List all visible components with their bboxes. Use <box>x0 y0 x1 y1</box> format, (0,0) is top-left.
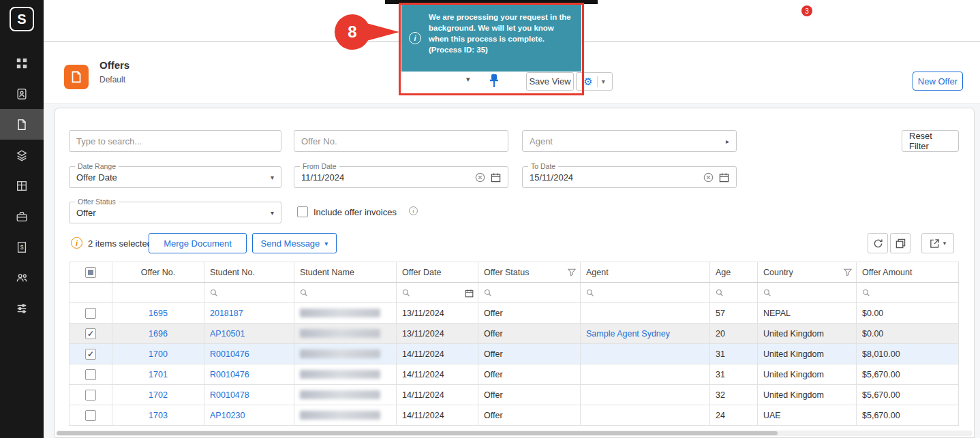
cell-student-no: R0010478 <box>204 385 294 405</box>
from-date-field[interactable]: From Date <box>294 166 508 188</box>
student-no-link[interactable]: R0010478 <box>210 390 249 400</box>
col-student-no[interactable]: Student No. <box>204 262 294 283</box>
search-icon <box>763 289 771 297</box>
calendar-icon[interactable] <box>465 289 474 298</box>
info-icon: i <box>409 32 421 44</box>
copy-icon <box>895 238 906 249</box>
offer-status-select[interactable]: Offer Status Offer ▾ <box>69 202 281 223</box>
offer-no-field[interactable] <box>294 130 508 152</box>
sidebar-item-table[interactable] <box>0 170 44 201</box>
clear-icon[interactable] <box>475 172 485 183</box>
cell-student-no: R0010476 <box>204 344 294 364</box>
selection-info-icon: i <box>71 237 82 249</box>
row-checkbox[interactable] <box>85 349 96 360</box>
new-offer-button[interactable]: New Offer <box>913 72 963 91</box>
table-row: 1700R001047614/11/2024Offer31United King… <box>70 344 959 364</box>
col-offer-date[interactable]: Offer Date <box>397 262 478 283</box>
cell-offer-amount: $5,670.00 <box>857 405 959 426</box>
offer-no-link[interactable]: 1695 <box>149 309 168 318</box>
select-all-checkbox[interactable] <box>85 267 96 278</box>
filter-offer-date[interactable] <box>397 283 478 303</box>
column-chooser-button[interactable] <box>890 233 910 253</box>
annotation-step-number: 8 <box>335 14 370 50</box>
clear-icon[interactable] <box>703 172 714 183</box>
refresh-button[interactable] <box>868 233 888 253</box>
col-age[interactable]: Age <box>710 262 758 283</box>
student-no-link[interactable]: R0010476 <box>210 370 249 379</box>
offer-no-link[interactable]: 1700 <box>149 349 168 359</box>
row-checkbox[interactable] <box>85 328 96 339</box>
sidebar-item-partners[interactable] <box>0 262 44 293</box>
include-invoices-checkbox[interactable] <box>297 206 308 217</box>
filter-age[interactable] <box>710 283 758 303</box>
filter-icon[interactable] <box>568 268 576 277</box>
offer-no-link[interactable]: 1703 <box>149 411 168 420</box>
cell-student-name <box>294 364 397 385</box>
col-student-name[interactable]: Student Name <box>294 262 397 283</box>
cell-age: 31 <box>710 364 758 385</box>
row-checkbox[interactable] <box>85 308 96 319</box>
to-date-field[interactable]: To Date <box>522 166 737 188</box>
filter-student-name[interactable] <box>294 283 397 303</box>
cell-offer-date: 14/11/2024 <box>397 405 478 426</box>
row-checkbox[interactable] <box>85 369 96 380</box>
cell-student-no: AP10501 <box>204 324 294 344</box>
offer-no-link[interactable]: 1696 <box>149 329 168 339</box>
cell-offer-amount: $5,670.00 <box>857 385 959 405</box>
filter-icon[interactable] <box>844 268 852 277</box>
send-message-button[interactable]: Send Message ▾ <box>252 233 337 253</box>
student-no-link[interactable]: R0010476 <box>210 349 249 359</box>
col-offer-no[interactable]: Offer No. <box>112 262 204 283</box>
filter-student-no[interactable] <box>204 283 294 303</box>
row-checkbox[interactable] <box>85 390 96 401</box>
from-date-input[interactable] <box>301 172 475 183</box>
col-offer-status[interactable]: Offer Status <box>478 262 581 283</box>
filter-country[interactable] <box>758 283 857 303</box>
export-button[interactable]: ▾ <box>921 233 954 253</box>
cell-offer-date: 14/11/2024 <box>397 364 478 385</box>
student-no-link[interactable]: 2018187 <box>210 309 243 318</box>
student-no-link[interactable]: AP10501 <box>210 329 245 339</box>
date-range-select[interactable]: Date Range Offer Date ▾ <box>69 166 281 188</box>
horizontal-scrollbar-thumb[interactable] <box>57 431 778 435</box>
quick-search-input[interactable] <box>76 136 274 146</box>
col-offer-amount[interactable]: Offer Amount <box>857 262 959 283</box>
search-icon <box>862 289 870 297</box>
to-date-input[interactable] <box>530 172 703 183</box>
calendar-icon[interactable] <box>719 172 729 183</box>
calendar-icon[interactable] <box>491 172 501 183</box>
agent-link[interactable]: Sample Agent Sydney <box>586 329 670 339</box>
sidebar-item-invoices[interactable]: $ <box>0 232 44 262</box>
quick-search-field[interactable] <box>69 130 281 152</box>
row-checkbox[interactable] <box>85 410 96 421</box>
offer-no-link[interactable]: 1702 <box>149 390 168 400</box>
merge-document-button[interactable]: Merge Document <box>149 233 247 253</box>
offer-no-link[interactable]: 1701 <box>149 370 168 379</box>
filter-offer-amount[interactable] <box>857 283 959 303</box>
filter-offer-status[interactable] <box>478 283 581 303</box>
select-all-header[interactable] <box>70 262 112 283</box>
student-name-redacted <box>300 370 380 379</box>
app-logo[interactable]: S <box>10 7 34 31</box>
cell-country: United Kingdom <box>758 364 857 385</box>
student-no-link[interactable]: AP10230 <box>210 411 245 420</box>
divider <box>597 76 598 87</box>
sidebar-item-contacts[interactable] <box>0 78 44 109</box>
student-name-redacted <box>300 411 380 420</box>
col-agent[interactable]: Agent <box>581 262 710 283</box>
col-country[interactable]: Country <box>758 262 857 283</box>
offer-no-input[interactable] <box>301 136 501 146</box>
cell-agent <box>581 303 710 324</box>
sidebar-item-offers[interactable] <box>0 109 44 140</box>
agent-dropdown[interactable]: Agent ▸ <box>522 130 737 152</box>
filter-cell-empty <box>70 283 112 303</box>
chevron-down-icon: ▾ <box>271 174 274 181</box>
sidebar-item-dashboard[interactable] <box>0 48 44 78</box>
courses-icon <box>16 149 28 161</box>
sidebar-item-courses[interactable] <box>0 140 44 170</box>
sidebar-item-services[interactable] <box>0 201 44 232</box>
sidebar-item-settings[interactable] <box>0 293 44 324</box>
filter-offer-no[interactable] <box>112 283 204 303</box>
reset-filter-button[interactable]: Reset Filter <box>902 130 959 152</box>
filter-agent[interactable] <box>581 283 710 303</box>
